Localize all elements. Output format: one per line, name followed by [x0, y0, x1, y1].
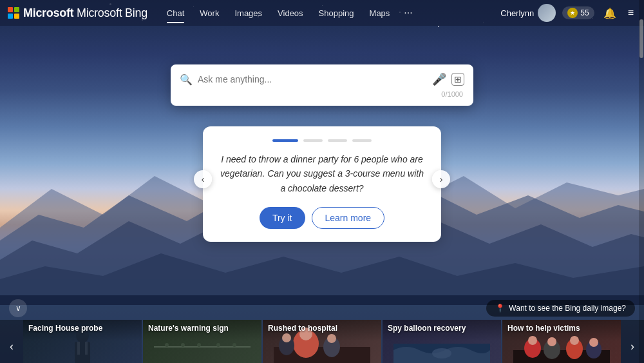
nav-images[interactable]: Images — [228, 6, 269, 21]
svg-point-25 — [528, 336, 537, 345]
news-card-title-1: Nature's warning sign — [148, 324, 256, 334]
suggestion-dots — [218, 139, 426, 142]
user-profile[interactable]: Cherlynn — [500, 4, 556, 22]
news-card-2[interactable]: Rushed to hospital — [263, 320, 381, 363]
svg-point-18 — [282, 333, 291, 342]
camera-search-icon[interactable]: ⊞ — [451, 73, 464, 86]
dot-3 — [328, 139, 347, 142]
suggestion-text: I need to throw a dinner party for 6 peo… — [218, 152, 426, 195]
nav-more-icon[interactable]: ··· — [399, 5, 417, 21]
nav-right: Cherlynn ★ 55 🔔 ≡ — [500, 4, 636, 22]
news-card-0[interactable]: Facing House probe — [23, 320, 142, 363]
news-card-1[interactable]: Nature's warning sign — [143, 320, 261, 363]
svg-point-13 — [232, 343, 236, 347]
nav-maps[interactable]: Maps — [363, 6, 397, 21]
nav-work[interactable]: Work — [193, 6, 225, 21]
navbar: Microsoft Microsoft Bing Chat Work Image… — [0, 0, 644, 26]
nav-videos[interactable]: Videos — [271, 6, 310, 21]
svg-point-9 — [165, 343, 169, 347]
microsoft-logo-icon — [8, 7, 19, 19]
location-pin-icon: 📍 — [495, 304, 505, 313]
dot-2 — [303, 139, 323, 142]
suggestion-actions: Try it Learn more — [218, 207, 426, 229]
points-icon: ★ — [567, 8, 578, 18]
svg-rect-7 — [85, 342, 88, 355]
rewards-points[interactable]: ★ 55 — [562, 6, 594, 19]
notifications-bell-icon[interactable]: 🔔 — [601, 5, 619, 22]
svg-point-10 — [181, 343, 185, 347]
scrollbar-thumb — [639, 19, 643, 58]
news-card-4[interactable]: How to help victims — [502, 320, 621, 363]
svg-point-27 — [547, 337, 556, 346]
user-avatar — [538, 4, 556, 22]
search-input[interactable] — [198, 74, 427, 84]
suggestion-prev-button[interactable]: ‹ — [194, 170, 212, 188]
collapse-button[interactable]: ∨ — [9, 299, 27, 317]
svg-point-22 — [432, 348, 451, 358]
svg-point-20 — [327, 334, 336, 343]
daily-image-text: Want to see the Bing daily image? — [509, 304, 626, 313]
scrollbar[interactable] — [639, 0, 644, 363]
news-card-title-3: Spy balloon recovery — [388, 324, 496, 334]
nav-shopping[interactable]: Shopping — [312, 6, 361, 21]
user-name: Cherlynn — [500, 8, 534, 18]
nav-chat[interactable]: Chat — [160, 6, 191, 21]
news-cards: Facing House probe Nature's warning sign — [23, 320, 621, 363]
news-card-title-4: How to help victims — [507, 324, 616, 334]
svg-point-31 — [589, 338, 598, 347]
svg-rect-6 — [77, 342, 80, 355]
suggestion-card: I need to throw a dinner party for 6 peo… — [203, 126, 441, 242]
dot-1 — [272, 139, 298, 142]
svg-point-29 — [570, 336, 579, 345]
bing-daily-image-button[interactable]: 📍 Want to see the Bing daily image? — [486, 300, 635, 317]
try-it-button[interactable]: Try it — [260, 207, 305, 229]
chevron-down-icon: ∨ — [15, 304, 21, 313]
points-value: 55 — [580, 8, 589, 17]
suggestion-next-button[interactable]: › — [432, 170, 450, 188]
svg-point-11 — [197, 343, 201, 347]
search-icon: 🔍 — [180, 74, 193, 86]
nav-links: Chat Work Images Videos Shopping Maps ··… — [160, 5, 500, 21]
svg-rect-5 — [75, 342, 90, 363]
search-container: 🔍 🎤 ⊞ 0/1000 — [171, 64, 473, 106]
hamburger-menu-icon[interactable]: ≡ — [625, 5, 636, 21]
dot-4 — [352, 139, 372, 142]
news-card-title-0: Facing House probe — [28, 324, 137, 334]
news-strip: ‹ Facing House probe — [0, 320, 644, 363]
search-row: 🔍 🎤 ⊞ — [180, 72, 464, 86]
bottom-controls: ∨ 📍 Want to see the Bing daily image? — [0, 295, 644, 320]
brand-name: Microsoft Microsoft Bing — [23, 6, 147, 20]
logo[interactable]: Microsoft Microsoft Bing — [8, 6, 147, 20]
svg-point-12 — [216, 343, 220, 347]
microphone-icon[interactable]: 🎤 — [432, 72, 446, 86]
char-count: 0/1000 — [180, 90, 464, 98]
news-card-title-2: Rushed to hospital — [268, 324, 376, 334]
bottom-bar: ∨ 📍 Want to see the Bing daily image? ‹ … — [0, 295, 644, 363]
suggestion-card-wrapper: ‹ I need to throw a dinner party for 6 p… — [203, 116, 441, 242]
news-prev-button[interactable]: ‹ — [0, 320, 23, 363]
main-content: 🔍 🎤 ⊞ 0/1000 ‹ I need to throw a dinner … — [0, 26, 644, 242]
learn-more-button[interactable]: Learn more — [312, 207, 385, 229]
news-card-3[interactable]: Spy balloon recovery — [383, 320, 501, 363]
